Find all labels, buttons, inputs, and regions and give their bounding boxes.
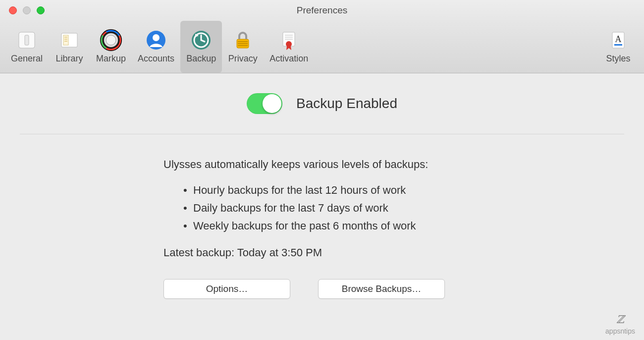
divider (20, 134, 624, 134)
backup-point: Weekly backups for the past 6 months of … (183, 220, 481, 232)
tab-label: Activation (269, 54, 308, 64)
tab-privacy[interactable]: Privacy (222, 21, 264, 73)
watermark: ℤ appsntips (605, 313, 635, 335)
general-icon (15, 29, 38, 52)
svg-rect-1 (25, 35, 29, 45)
content-area: Backup Enabled Ulysses automatically kee… (0, 73, 644, 299)
backup-toggle-label: Backup Enabled (296, 96, 397, 112)
backup-description: Ulysses automatically keeps various leve… (163, 158, 481, 171)
tab-general[interactable]: General (5, 21, 49, 73)
tab-label: Backup (186, 54, 216, 64)
close-icon[interactable] (9, 6, 17, 14)
backup-switch[interactable] (247, 93, 282, 114)
styles-icon: A (607, 29, 630, 52)
backup-point: Daily backups for the last 7 days of wor… (183, 202, 481, 215)
svg-rect-3 (63, 35, 68, 45)
svg-rect-20 (238, 45, 248, 46)
library-icon (58, 29, 81, 52)
switch-knob (263, 94, 281, 113)
tab-label: Styles (606, 54, 630, 64)
svg-text:A: A (615, 34, 622, 44)
svg-rect-28 (614, 44, 622, 46)
tab-label: Markup (96, 54, 126, 64)
tab-activation[interactable]: Activation (264, 21, 314, 73)
tab-library[interactable]: Library (49, 21, 90, 73)
zoom-icon[interactable] (37, 6, 45, 14)
backup-icon (190, 29, 213, 52)
tab-accounts[interactable]: Accounts (132, 21, 180, 73)
accounts-icon (145, 29, 167, 52)
svg-point-14 (153, 34, 160, 41)
activation-icon (277, 29, 300, 52)
watermark-text: appsntips (605, 327, 635, 335)
backup-toggle-row: Backup Enabled (0, 93, 644, 134)
latest-backup: Latest backup: Today at 3:50 PM (163, 246, 481, 259)
window-title: Preferences (297, 5, 347, 16)
tab-styles[interactable]: A Styles (597, 21, 639, 73)
minimize-icon[interactable] (23, 6, 31, 14)
svg-rect-18 (238, 41, 248, 42)
backup-info: Ulysses automatically keeps various leve… (163, 158, 481, 299)
privacy-icon (231, 29, 254, 52)
tab-markup[interactable]: Markup (90, 21, 132, 73)
browse-backups-button[interactable]: Browse Backups… (318, 279, 445, 299)
svg-rect-19 (238, 43, 248, 44)
options-button[interactable]: Options… (163, 279, 290, 299)
svg-point-12 (106, 35, 116, 45)
button-row: Options… Browse Backups… (163, 279, 481, 299)
markup-icon (100, 29, 122, 52)
tab-label: Privacy (228, 54, 258, 64)
titlebar: Preferences (0, 0, 644, 21)
backup-point: Hourly backups for the last 12 hours of … (183, 184, 481, 197)
tab-label: Accounts (138, 54, 174, 64)
tab-label: Library (56, 54, 83, 64)
watermark-icon: ℤ (616, 313, 624, 326)
tab-label: General (11, 54, 43, 64)
traffic-lights (9, 6, 45, 14)
backup-points: Hourly backups for the last 12 hours of … (163, 184, 481, 232)
toolbar: General Library Markup Accounts Backup P… (0, 21, 644, 73)
tab-backup[interactable]: Backup (180, 21, 222, 73)
